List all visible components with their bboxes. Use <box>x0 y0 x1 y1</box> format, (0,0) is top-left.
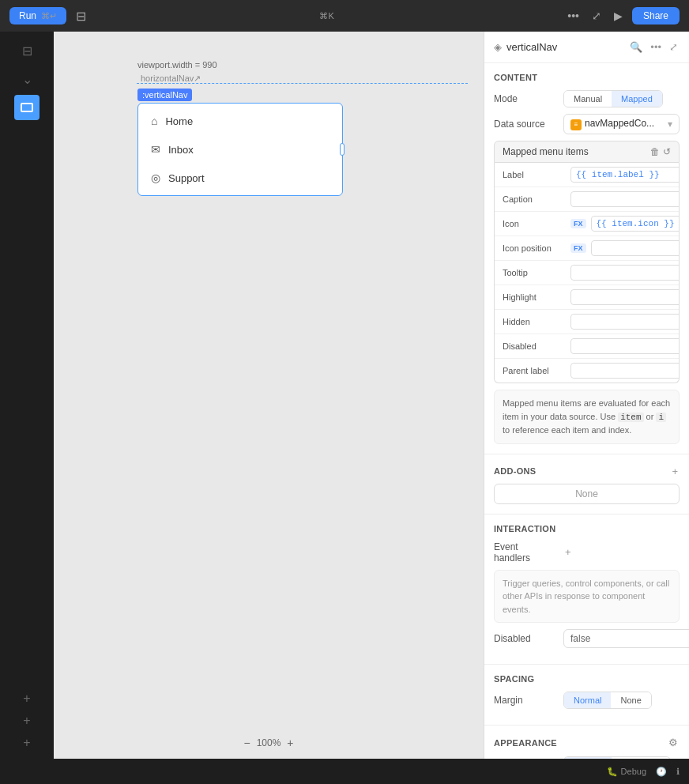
add-addon-button[interactable]: + <box>670 464 680 479</box>
play-button[interactable]: ▶ <box>611 8 626 24</box>
margin-label: Margin <box>494 695 557 706</box>
addons-row: Add-ons + <box>494 464 680 479</box>
info-icon: ℹ <box>676 767 680 777</box>
appearance-header: Appearance ⚙ <box>494 735 680 750</box>
bottom-bar: 🐛 Debug 🕐 ℹ <box>0 759 689 784</box>
field-icon-name: Icon <box>503 219 566 228</box>
vertical-nav-label[interactable]: :verticalNav <box>137 89 192 101</box>
field-label-name: Label <box>503 170 566 179</box>
margin-normal-button[interactable]: Normal <box>564 692 611 708</box>
home-icon: ⌂ <box>151 115 157 127</box>
mapped-items-actions: 🗑 ↺ <box>650 146 671 157</box>
refresh-mapped-button[interactable]: ↺ <box>663 146 671 157</box>
field-highlight-row: Highlight <box>495 285 679 310</box>
mode-toggle-group: Manual Mapped <box>563 90 663 107</box>
data-source-select[interactable]: ≡navMappedCo... ▾ <box>563 114 680 134</box>
chevron-down-icon: ▾ <box>668 119 672 130</box>
field-hidden-name: Hidden <box>503 317 566 326</box>
field-parent-label-row: Parent label <box>495 359 679 383</box>
field-icon-row: Icon FX <box>495 212 679 236</box>
component-icon: ◈ <box>494 41 502 53</box>
nav-item-support-label: Support <box>168 172 205 184</box>
right-panel: ◈ verticalNav 🔍 ••• ⤢ Content Mode Manua… <box>484 32 689 759</box>
keyboard-shortcut: ⌘K <box>319 11 333 21</box>
event-handlers-row: Event handlers + <box>494 541 680 564</box>
debug-item[interactable]: 🐛 Debug <box>607 767 646 777</box>
mode-manual-button[interactable]: Manual <box>564 91 612 107</box>
field-highlight-name: Highlight <box>503 292 566 302</box>
support-icon: ◎ <box>151 172 160 184</box>
field-caption-input[interactable] <box>570 191 680 207</box>
zoom-out-button[interactable]: − <box>243 737 250 749</box>
nav-component[interactable]: ⌂ Home ✉ Inbox ◎ Support <box>137 103 343 196</box>
addons-label: Add-ons <box>494 466 536 476</box>
panel-more-button[interactable]: ••• <box>649 40 663 55</box>
nav-item-inbox[interactable]: ✉ Inbox <box>138 135 342 164</box>
add-component-button-1[interactable]: + <box>14 689 40 708</box>
nav-item-home-label: Home <box>165 115 193 127</box>
icon-fx-badge: FX <box>570 219 586 228</box>
disabled-value-input[interactable] <box>563 629 689 648</box>
more-options-button[interactable]: ••• <box>564 8 582 24</box>
field-icon-position-name: Icon position <box>503 243 566 253</box>
field-tooltip-row: Tooltip <box>495 261 679 285</box>
mode-mapped-button[interactable]: Mapped <box>612 91 662 107</box>
mapped-items-label: Mapped menu items <box>503 146 589 157</box>
canvas-indicator <box>14 95 40 120</box>
field-highlight-input[interactable] <box>570 289 680 305</box>
panel-expand-button[interactable]: ⤢ <box>668 40 680 55</box>
top-bar-left: Run ⌘↵ ⊟ <box>9 7 89 25</box>
field-icon-position-input[interactable] <box>591 240 680 256</box>
field-disabled-input[interactable] <box>570 338 680 354</box>
add-event-handler-button[interactable]: + <box>563 545 573 560</box>
left-sidebar: ⊟ ⌄ + + + <box>0 32 54 759</box>
canvas-area[interactable]: viewport.width = 990 horizontalNav↗ :ver… <box>54 32 484 759</box>
field-tooltip-input[interactable] <box>570 265 680 281</box>
field-hidden-input[interactable] <box>570 314 680 330</box>
viewport-label: viewport.width = 990 <box>137 60 217 70</box>
top-bar: Run ⌘↵ ⊟ ⌘K ••• ⤢ ▶ Share <box>0 0 689 32</box>
zoom-in-button[interactable]: + <box>287 737 293 749</box>
fields-table: Label Caption Icon FX Icon position <box>494 163 680 383</box>
history-item[interactable]: 🕐 <box>656 767 667 777</box>
data-source-value: navMappedCo... <box>585 118 654 129</box>
nav-item-home[interactable]: ⌂ Home <box>138 107 342 135</box>
nav-item-support[interactable]: ◎ Support <box>138 164 342 192</box>
field-parent-label-input[interactable] <box>570 363 680 379</box>
field-caption-row: Caption <box>495 187 679 212</box>
event-handlers-label: Event handlers <box>494 541 557 564</box>
margin-toggle-group: Normal None <box>563 692 652 709</box>
canvas-zoom-controls: − 100% + <box>243 737 293 749</box>
mode-label: Mode <box>494 93 557 104</box>
panel-search-button[interactable]: 🔍 <box>628 40 644 55</box>
info-item[interactable]: ℹ <box>676 767 680 777</box>
resize-handle[interactable] <box>338 141 346 157</box>
icon-position-fx-badge: FX <box>570 243 586 253</box>
appearance-title: Appearance <box>494 738 557 748</box>
field-icon-input[interactable] <box>591 216 680 232</box>
add-component-button-3[interactable]: + <box>14 733 40 752</box>
disabled-row: Disabled <box>494 629 680 648</box>
run-button[interactable]: Run ⌘↵ <box>9 7 66 24</box>
expand-button[interactable]: ⤢ <box>589 8 604 24</box>
add-component-button-2[interactable]: + <box>14 711 40 730</box>
margin-none-button[interactable]: None <box>611 692 650 708</box>
field-label-input[interactable] <box>570 167 680 183</box>
appearance-settings-button[interactable]: ⚙ <box>667 735 680 750</box>
sidebar-icon-dropdown[interactable]: ⌄ <box>14 66 40 92</box>
info-code-i: i <box>656 413 666 422</box>
info-text-3: to reference each item and index. <box>503 425 631 435</box>
addons-none-value: None <box>494 484 680 504</box>
db-icon: ≡ <box>570 119 582 130</box>
zoom-level: 100% <box>257 737 281 748</box>
data-source-row: Data source ≡navMappedCo... ▾ <box>494 114 680 134</box>
sidebar-icon-chevron[interactable]: ⊟ <box>14 38 40 63</box>
delete-mapped-button[interactable]: 🗑 <box>650 146 660 157</box>
field-disabled-name: Disabled <box>503 341 566 351</box>
top-bar-right: ••• ⤢ ▶ Share <box>564 7 680 24</box>
data-source-label: Data source <box>494 119 557 130</box>
field-disabled-row: Disabled <box>495 334 679 359</box>
mapped-info-box: Mapped menu items are evaluated for each… <box>494 390 680 444</box>
share-button[interactable]: Share <box>632 7 680 24</box>
spacing-section: Spacing Margin Normal None <box>484 665 689 726</box>
